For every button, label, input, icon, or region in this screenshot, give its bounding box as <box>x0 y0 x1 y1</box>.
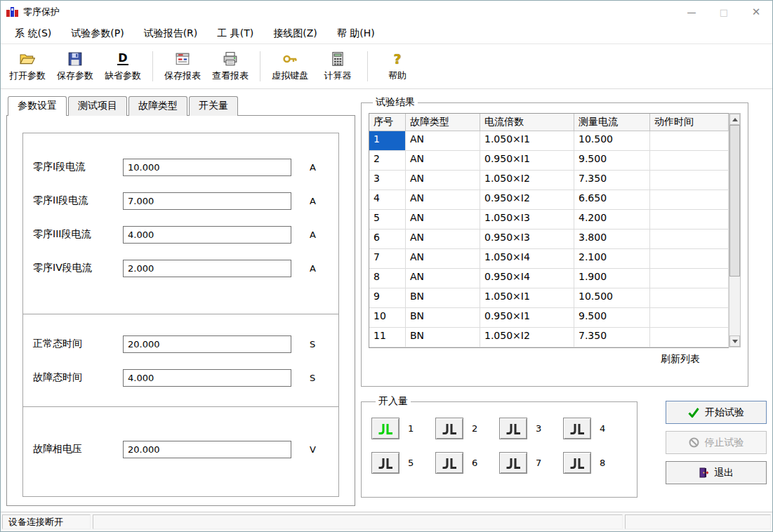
toolbar-separator <box>260 51 260 81</box>
maximize-button[interactable]: □ <box>708 1 740 23</box>
switch-input-button[interactable] <box>435 418 463 439</box>
switch-input-button[interactable] <box>499 452 527 474</box>
toolbar-button-open-params[interactable]: 打开参数 <box>4 46 51 87</box>
cell-action-time <box>650 151 729 171</box>
default-params-d-icon: D <box>117 51 128 67</box>
table-row[interactable]: 6 AN 0.950×I3 3.800 <box>369 230 729 249</box>
virtual-keyboard-key-icon <box>282 51 298 67</box>
table-row[interactable]: 11 BN 1.050×I2 7.350 <box>369 328 729 347</box>
param-input[interactable] <box>123 335 291 353</box>
cell-index: 3 <box>369 171 406 190</box>
cell-index: 7 <box>369 249 406 269</box>
menu-item-system[interactable]: 系 统(S) <box>5 25 61 43</box>
minimize-button[interactable]: — <box>675 1 708 23</box>
param-unit: A <box>310 162 316 173</box>
close-button[interactable]: ✕ <box>740 1 772 23</box>
cell-action-time <box>650 230 729 249</box>
scroll-track[interactable] <box>729 125 740 335</box>
bottom-row: 开入量 1 <box>361 395 767 498</box>
parameter-panel: 参数设置 测试项目 故障类型 开关量 零序I段电流 A <box>6 96 355 506</box>
header-cell[interactable]: 动作时间 <box>650 114 729 131</box>
param-input[interactable] <box>123 441 291 458</box>
tab-fault-types[interactable]: 故障类型 <box>128 96 187 116</box>
close-icon: ✕ <box>752 6 761 18</box>
switch-input-button[interactable] <box>499 418 527 439</box>
param-label: 零序III段电流 <box>33 228 123 241</box>
menu-item-test-parameters[interactable]: 试验参数(P) <box>61 25 133 43</box>
toolbar-button-virtual-keyboard[interactable]: 虚拟键盘 <box>266 46 314 87</box>
toolbar-button-calculator[interactable]: 计算器 <box>314 46 362 87</box>
table-row[interactable]: 3 AN 1.050×I2 7.350 <box>369 171 729 190</box>
cell-measured-current: 4.200 <box>574 210 650 230</box>
param-row: 故障态时间 S <box>23 361 338 394</box>
menu-item-wiring-diagram[interactable]: 接线图(Z) <box>263 25 327 43</box>
param-input[interactable] <box>123 159 291 176</box>
start-test-button[interactable]: 开始试验 <box>666 401 767 424</box>
toolbar: 打开参数 保存参数 D 缺省参数 保存报表 查看报表 <box>1 44 772 89</box>
switch-input-button[interactable] <box>371 452 399 474</box>
exit-door-icon <box>699 467 708 478</box>
menu-item-help[interactable]: 帮 助(H) <box>327 25 385 43</box>
param-input[interactable] <box>123 226 291 244</box>
stop-test-label: 停止试验 <box>705 437 744 449</box>
toolbar-button-help[interactable]: ? 帮助 <box>374 46 421 87</box>
results-panel: 试验结果 序号故障类型电流倍数测量电流动作时间 1 AN <box>361 96 767 506</box>
table-row[interactable]: 4 AN 0.950×I2 6.650 <box>369 190 729 210</box>
param-input[interactable] <box>123 260 291 277</box>
header-cell[interactable]: 故障类型 <box>406 114 480 131</box>
help-question-icon: ? <box>393 51 401 67</box>
time-settings-section: 正常态时间 S 故障态时间 S <box>23 314 338 407</box>
toolbar-button-save-report[interactable]: 保存报表 <box>159 46 206 87</box>
cell-index: 10 <box>369 308 406 328</box>
vertical-scrollbar[interactable] <box>729 113 741 347</box>
menu-item-test-report[interactable]: 试验报告(R) <box>134 25 208 43</box>
tab-param-settings[interactable]: 参数设置 <box>8 96 67 116</box>
toolbar-button-save-params[interactable]: 保存参数 <box>51 46 99 87</box>
cell-index: 4 <box>369 190 406 210</box>
stop-test-button[interactable]: 停止试验 <box>666 431 767 454</box>
table-row[interactable]: 7 AN 1.050×I4 2.100 <box>369 249 729 269</box>
tab-switch-values[interactable]: 开关量 <box>189 96 238 116</box>
cell-current-multiple: 1.050×I2 <box>480 171 574 190</box>
switch-input-button[interactable] <box>371 418 399 439</box>
table-row[interactable]: 2 AN 0.950×I1 9.500 <box>369 151 729 171</box>
app-window: 零序保护 — □ ✕ 系 统(S) 试验参数(P) 试验报告(R) 工 具(T)… <box>0 0 773 532</box>
scroll-down-button[interactable] <box>729 335 740 347</box>
switch-input-item: 7 <box>499 452 563 474</box>
tab-test-items[interactable]: 测试项目 <box>68 96 127 116</box>
switch-input-item: 1 <box>371 418 435 439</box>
switch-input-button[interactable] <box>563 452 591 474</box>
cell-fault-type: AN <box>406 131 480 151</box>
param-row: 零序III段电流 A <box>23 218 338 251</box>
table-row[interactable]: 9 BN 1.050×I1 10.500 <box>369 288 729 308</box>
cell-fault-type: BN <box>406 288 480 308</box>
switch-input-item: 4 <box>563 418 627 439</box>
param-input[interactable] <box>123 369 291 387</box>
switch-contact-icon <box>506 423 521 434</box>
header-cell[interactable]: 测量电流 <box>574 114 650 131</box>
parameter-groupbox: 零序I段电流 A 零序II段电流 A <box>22 133 339 497</box>
results-table: 序号故障类型电流倍数测量电流动作时间 1 AN 1.050×I1 10.500 <box>369 113 741 348</box>
table-row[interactable]: 8 AN 0.950×I4 1.900 <box>369 269 729 288</box>
header-cell[interactable]: 电流倍数 <box>480 114 574 131</box>
cell-action-time <box>650 328 729 347</box>
switch-input-button[interactable] <box>563 418 591 439</box>
header-cell[interactable]: 序号 <box>369 114 406 131</box>
scroll-up-button[interactable] <box>729 114 740 125</box>
menu-item-tools[interactable]: 工 具(T) <box>207 25 263 43</box>
table-row[interactable]: 1 AN 1.050×I1 10.500 <box>369 131 729 151</box>
switch-input-button[interactable] <box>435 452 463 474</box>
param-input[interactable] <box>123 192 291 210</box>
toolbar-button-default-params[interactable]: D 缺省参数 <box>99 46 147 87</box>
table-row[interactable]: 10 BN 0.950×I1 9.500 <box>369 308 729 328</box>
results-group-title: 试验结果 <box>373 96 418 109</box>
switch-input-item: 3 <box>499 418 563 439</box>
voltage-settings-section: 故障相电压 V <box>23 407 338 496</box>
toolbar-button-view-report[interactable]: 查看报表 <box>206 46 254 87</box>
toolbar-separator <box>152 51 153 81</box>
exit-button[interactable]: 退出 <box>666 461 767 484</box>
cell-measured-current: 7.350 <box>574 171 650 190</box>
scroll-thumb[interactable] <box>729 125 740 277</box>
table-row[interactable]: 5 AN 1.050×I3 4.200 <box>369 210 729 230</box>
refresh-list-link[interactable]: 刷新列表 <box>369 348 741 366</box>
